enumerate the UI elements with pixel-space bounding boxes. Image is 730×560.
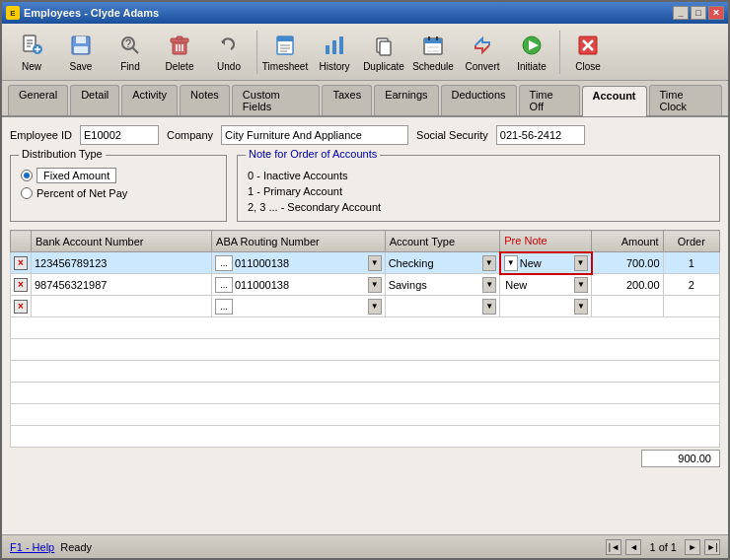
row1-prenote-dropdown[interactable]: ▼ — [574, 255, 588, 271]
company-label: Company — [167, 129, 213, 141]
tab-detail[interactable]: Detail — [70, 85, 119, 115]
undo-icon — [215, 32, 243, 59]
table-row — [11, 317, 720, 339]
find-button[interactable]: ? Find — [107, 28, 154, 77]
row3-order-cell — [663, 296, 719, 317]
status-left: F1 - Help Ready — [10, 541, 92, 553]
tab-account[interactable]: Account — [582, 86, 647, 116]
initiate-button[interactable]: Initiate — [508, 28, 555, 77]
row3-delete-cell: × — [11, 296, 32, 317]
col-header-amount: Amount — [592, 231, 664, 252]
percent-net-radio[interactable] — [21, 187, 33, 199]
new-icon — [18, 32, 45, 59]
duplicate-button[interactable]: Duplicate — [360, 28, 407, 77]
row1-aba-value: 011000138 — [235, 257, 368, 269]
ss-input[interactable] — [496, 125, 585, 145]
tab-taxes[interactable]: Taxes — [322, 85, 372, 115]
save-button[interactable]: Save — [57, 28, 105, 77]
timesheet-label: Timesheet — [262, 61, 308, 72]
tab-custom-fields[interactable]: Custom Fields — [232, 85, 321, 115]
nav-next-button[interactable]: ► — [685, 539, 700, 555]
tab-activity[interactable]: Activity — [121, 85, 178, 115]
col-header-order: Order — [663, 231, 719, 252]
col-header-pre-note: Pre Note — [500, 231, 592, 252]
row3-prenote-dropdown[interactable]: ▼ — [574, 299, 588, 315]
timesheet-button[interactable]: Timesheet — [261, 28, 309, 77]
tab-deductions[interactable]: Deductions — [441, 85, 517, 115]
account-table: Bank Account Number ABA Routing Number A… — [10, 230, 720, 448]
convert-button[interactable]: Convert — [459, 28, 506, 77]
table-row: × ... ▼ — [11, 296, 720, 317]
row2-amount-cell: 200.00 — [592, 274, 664, 296]
row1-aba-combo: 011000138 ▼ — [235, 254, 382, 272]
total-row: 900.00 — [10, 450, 720, 467]
history-button[interactable]: History — [311, 28, 358, 77]
title-bar-left: E Employees - Clyde Adams — [6, 6, 159, 20]
tab-time-clock[interactable]: Time Clock — [649, 85, 722, 115]
title-controls: _ □ ✕ — [673, 6, 724, 20]
initiate-icon — [518, 32, 546, 59]
percent-net-row: Percent of Net Pay — [21, 187, 216, 199]
tab-time-off[interactable]: Time Off — [519, 85, 580, 115]
svg-rect-21 — [277, 36, 293, 41]
table-row — [11, 404, 720, 426]
fixed-amount-radio[interactable] — [21, 170, 33, 181]
tab-notes[interactable]: Notes — [180, 85, 230, 115]
row1-account-type-value: Checking — [389, 257, 482, 269]
row3-aba-dropdown[interactable]: ▼ — [368, 299, 382, 315]
new-button[interactable]: New — [8, 28, 55, 77]
row1-account-type-dropdown[interactable]: ▼ — [482, 255, 496, 271]
col-header-account-type: Account Type — [385, 231, 500, 252]
tab-general[interactable]: General — [8, 85, 68, 115]
close-label: Close — [575, 61, 601, 72]
row2-account-type-value: Savings — [389, 279, 483, 291]
row1-account-type-cell: Checking ▼ — [385, 252, 500, 274]
row3-account-type-dropdown[interactable]: ▼ — [482, 299, 496, 315]
row1-bank-account-cell: 123456789123 — [32, 252, 212, 274]
undo-button[interactable]: Undo — [205, 28, 253, 77]
row1-prenote-cell: ▼ New ▼ — [500, 252, 592, 274]
nav-first-button[interactable]: |◄ — [606, 539, 621, 555]
close-button[interactable]: Close — [564, 28, 612, 77]
initiate-label: Initiate — [517, 61, 546, 72]
toolbar: New Save ? Find — [2, 24, 728, 81]
svg-rect-25 — [326, 45, 329, 54]
row1-delete-button[interactable]: × — [14, 256, 28, 270]
schedule-button[interactable]: Schedule — [409, 28, 457, 77]
row2-prenote-dropdown[interactable]: ▼ — [574, 277, 588, 293]
nav-prev-button[interactable]: ◄ — [625, 539, 641, 555]
row2-aba-dots-button[interactable]: ... — [215, 277, 233, 293]
note-line-2: 2, 3 ... - Secondary Account — [248, 199, 709, 215]
row2-account-type-dropdown[interactable]: ▼ — [482, 277, 496, 293]
employee-info-row: Employee ID Company Social Security — [10, 125, 720, 145]
row1-aba-dots-button[interactable]: ... — [215, 255, 233, 271]
status-ready: Ready — [60, 541, 92, 553]
maximize-button[interactable]: □ — [691, 6, 706, 20]
navigation-controls: |◄ ◄ 1 of 1 ► ►| — [606, 539, 720, 555]
table-header-row: Bank Account Number ABA Routing Number A… — [11, 231, 720, 252]
nav-last-button[interactable]: ►| — [704, 539, 720, 555]
row1-prenote-select[interactable]: ▼ — [504, 255, 518, 271]
tab-earnings[interactable]: Earnings — [374, 85, 438, 115]
col-header-del — [11, 231, 32, 252]
delete-button[interactable]: Delete — [156, 28, 203, 77]
window-close-button[interactable]: ✕ — [708, 6, 724, 20]
table-row — [11, 339, 720, 361]
row2-account-type-cell: Savings ▼ — [385, 274, 500, 296]
note-line-1: 1 - Primary Account — [248, 183, 709, 199]
row1-aba-dropdown[interactable]: ▼ — [368, 255, 382, 271]
row2-delete-cell: × — [11, 274, 32, 296]
company-input[interactable] — [221, 125, 408, 145]
minimize-button[interactable]: _ — [673, 6, 689, 20]
row2-bank-account-cell: 987456321987 — [32, 274, 212, 296]
help-link[interactable]: F1 - Help — [10, 541, 54, 553]
row2-aba-dropdown[interactable]: ▼ — [368, 277, 382, 293]
employee-id-input[interactable] — [80, 125, 159, 145]
row3-bank-account-cell — [32, 296, 212, 317]
row3-delete-button[interactable]: × — [14, 300, 28, 314]
toolbar-separator-2 — [559, 31, 560, 74]
row3-aba-dots-button[interactable]: ... — [215, 299, 233, 315]
row2-delete-button[interactable]: × — [14, 278, 28, 292]
tab-bar: General Detail Activity Notes Custom Fie… — [2, 81, 728, 117]
row1-order: 1 — [689, 257, 694, 269]
